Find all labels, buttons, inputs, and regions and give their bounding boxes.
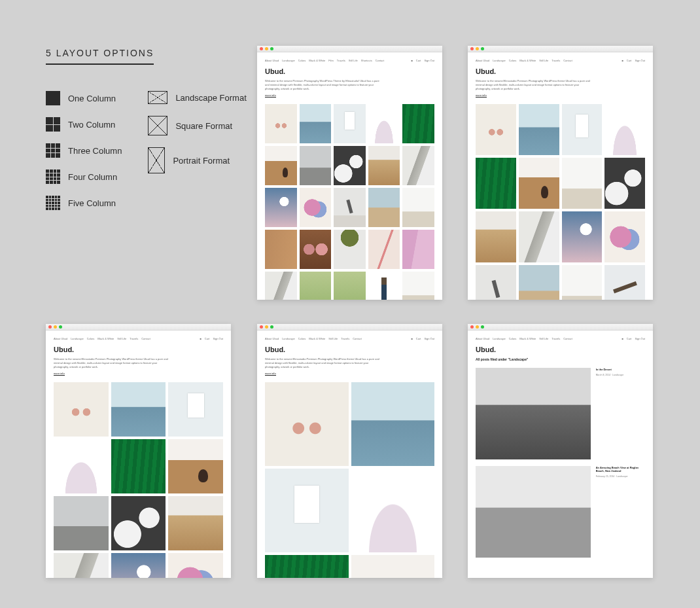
- thumbnail[interactable]: [476, 211, 516, 262]
- thumbnail[interactable]: [334, 146, 366, 185]
- thumbnail[interactable]: [351, 382, 435, 466]
- gallery-grid: [265, 382, 434, 578]
- post-item[interactable]: An Amazing Beach View at Raglan Beach, N…: [476, 466, 645, 558]
- post-image[interactable]: [476, 368, 591, 459]
- thumbnail[interactable]: [519, 104, 559, 155]
- thumbnail[interactable]: [562, 158, 603, 209]
- thumbnail[interactable]: [111, 496, 166, 550]
- thumbnail[interactable]: [168, 382, 223, 437]
- thumbnail[interactable]: [368, 188, 400, 227]
- three-column-icon: [46, 143, 60, 158]
- thumbnail[interactable]: [402, 188, 434, 227]
- preview-three-column: About UbudLandscapeColorsBlack & WhiteSt…: [46, 324, 231, 578]
- thumbnail[interactable]: [519, 158, 559, 209]
- thumbnail[interactable]: [368, 104, 400, 143]
- legend-two-column: Two Column: [46, 117, 122, 132]
- post-title[interactable]: An Amazing Beach View at Raglan Beach, N…: [596, 466, 645, 473]
- legend-one-column: One Column: [46, 91, 122, 105]
- thumbnail[interactable]: [604, 104, 645, 155]
- thumbnail[interactable]: [519, 265, 559, 300]
- site-nav[interactable]: About UbudLandscapeColorsBlack & WhiteSt…: [265, 337, 362, 340]
- thumbnail[interactable]: [562, 104, 603, 155]
- thumbnail[interactable]: [111, 553, 166, 578]
- thumbnail[interactable]: [368, 230, 400, 269]
- site-nav[interactable]: About UbudLandscapeColorsBlack & WhiteSt…: [476, 59, 572, 62]
- thumbnail[interactable]: [265, 382, 349, 466]
- legend-three-column: Three Column: [46, 143, 122, 158]
- two-column-icon: [46, 117, 60, 132]
- more-link[interactable]: more info: [476, 94, 487, 98]
- thumbnail[interactable]: [265, 188, 297, 227]
- thumbnail[interactable]: [334, 230, 366, 269]
- thumbnail[interactable]: [168, 439, 223, 493]
- filter-heading: All posts filed under "Landscape": [476, 357, 645, 361]
- thumbnail[interactable]: [476, 104, 516, 155]
- thumbnail[interactable]: [54, 382, 109, 437]
- site-nav[interactable]: About UbudLandscapeColorsBlack & WhiteSt…: [54, 337, 150, 340]
- legend-portrait: Portrait Format: [148, 147, 246, 173]
- thumbnail[interactable]: [54, 553, 109, 578]
- thumbnail[interactable]: [351, 469, 435, 552]
- thumbnail[interactable]: [351, 555, 435, 578]
- site-actions[interactable]: ■ CartSign Out: [411, 59, 434, 62]
- site-actions[interactable]: ■ CartSign Out: [200, 337, 223, 340]
- thumbnail[interactable]: [368, 146, 400, 185]
- thumbnail[interactable]: [334, 188, 366, 227]
- thumbnail[interactable]: [111, 439, 166, 493]
- post-image[interactable]: [476, 466, 591, 558]
- thumbnail[interactable]: [604, 158, 645, 209]
- thumbnail[interactable]: [265, 555, 349, 578]
- thumbnail[interactable]: [265, 272, 297, 300]
- site-actions[interactable]: ■ CartSign Out: [621, 337, 645, 340]
- post-item[interactable]: In the Desert March 8, 2014 · Landscape: [476, 368, 645, 459]
- thumbnail[interactable]: [265, 469, 349, 552]
- legend-square: Square Format: [148, 116, 246, 135]
- more-link[interactable]: more info: [54, 372, 65, 376]
- thumbnail[interactable]: [168, 553, 223, 578]
- thumbnail[interactable]: [265, 146, 297, 185]
- site-nav[interactable]: About UbudLandscapeColorsBlack & WhiteFi…: [265, 59, 384, 62]
- site-actions[interactable]: ■ CartSign Out: [621, 59, 645, 62]
- thumbnail[interactable]: [265, 230, 297, 269]
- window-chrome: [257, 46, 442, 52]
- intro-text: Welcome to the newest Elmastudio Premium…: [265, 357, 383, 369]
- more-link[interactable]: more info: [265, 372, 276, 376]
- thumbnail[interactable]: [300, 104, 332, 143]
- thumbnail[interactable]: [300, 272, 332, 300]
- preview-four-column: About UbudLandscapeColorsBlack & WhiteSt…: [468, 46, 653, 300]
- preview-two-column: About UbudLandscapeColorsBlack & WhiteSt…: [257, 324, 442, 578]
- thumbnail[interactable]: [368, 272, 400, 300]
- thumbnail[interactable]: [476, 265, 516, 300]
- thumbnail[interactable]: [604, 265, 645, 300]
- thumbnail[interactable]: [54, 439, 109, 493]
- thumbnail[interactable]: [54, 496, 109, 550]
- site-actions[interactable]: ■ CartSign Out: [411, 337, 434, 340]
- window-chrome: [468, 324, 653, 331]
- thumbnail[interactable]: [476, 158, 516, 209]
- site-nav[interactable]: About UbudLandscapeColorsBlack & WhiteSt…: [476, 337, 572, 340]
- more-link[interactable]: more info: [265, 94, 276, 98]
- thumbnail[interactable]: [402, 104, 434, 143]
- thumbnail[interactable]: [402, 272, 434, 300]
- thumbnail[interactable]: [300, 230, 332, 269]
- gallery-grid: [265, 104, 434, 300]
- landscape-icon: [148, 91, 167, 104]
- thumbnail[interactable]: [562, 211, 603, 262]
- post-title[interactable]: In the Desert: [596, 368, 645, 371]
- thumbnail[interactable]: [334, 272, 366, 300]
- thumbnail[interactable]: [562, 265, 603, 300]
- thumbnail[interactable]: [334, 104, 366, 143]
- thumbnail[interactable]: [300, 188, 332, 227]
- thumbnail[interactable]: [265, 104, 297, 143]
- preview-five-column: About UbudLandscapeColorsBlack & WhiteFi…: [257, 46, 442, 300]
- thumbnail[interactable]: [168, 496, 223, 550]
- thumbnail[interactable]: [111, 382, 166, 437]
- thumbnail[interactable]: [604, 211, 645, 262]
- window-chrome: [468, 46, 653, 52]
- thumbnail[interactable]: [519, 211, 559, 262]
- thumbnail[interactable]: [300, 146, 332, 185]
- legend-five-column: Five Column: [46, 196, 122, 210]
- thumbnail[interactable]: [402, 146, 434, 185]
- square-icon: [148, 116, 167, 135]
- thumbnail[interactable]: [402, 230, 434, 269]
